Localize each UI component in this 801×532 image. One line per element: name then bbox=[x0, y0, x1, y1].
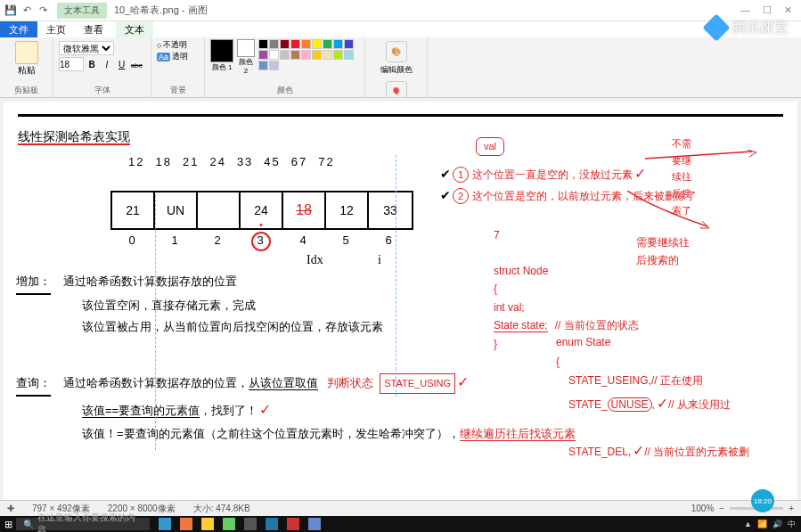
color-palette[interactable] bbox=[258, 39, 359, 70]
table-cell: 21 bbox=[112, 192, 155, 228]
undo-icon[interactable]: ↶ bbox=[20, 4, 34, 18]
search-placeholder: 在这里输入你要搜索的内容 bbox=[37, 512, 143, 532]
add-section: 增加：通过哈希函数计算数据存放的位置 该位置空闲，直接存储元素，完成 该位置被占… bbox=[16, 271, 383, 339]
taskbar-apps bbox=[159, 518, 321, 530]
query-section: 查询：通过哈希函数计算数据存放的位置，从该位置取值 判断状态 STATE_USI… bbox=[16, 369, 576, 446]
colors-label: 颜色 bbox=[205, 85, 364, 96]
app-icon[interactable] bbox=[201, 518, 214, 530]
opaque-option[interactable]: ○ 不透明 bbox=[157, 39, 199, 51]
edit-colors-button[interactable]: 🎨 编辑颜色 bbox=[371, 41, 421, 76]
transparent-option[interactable]: Aa 透明 bbox=[157, 51, 199, 62]
handwritten-idx: Idx bbox=[307, 253, 323, 267]
table-cell: UN bbox=[155, 192, 198, 228]
home-tab[interactable]: 主页 bbox=[37, 21, 75, 37]
hash-table: 21 UN 24• 18 12 33 bbox=[110, 191, 413, 230]
ribbon: 粘贴 剪贴板 微软雅黑 B I U abc 字体 ○ 不透明 Aa 透明 背景 … bbox=[0, 37, 801, 98]
tencent-logo-icon bbox=[702, 13, 730, 41]
view-tab[interactable]: 查看 bbox=[75, 21, 112, 37]
redo-icon[interactable]: ↷ bbox=[36, 4, 50, 18]
add-header: 增加： bbox=[16, 271, 51, 295]
app-icon[interactable] bbox=[266, 518, 278, 530]
taskbar-search[interactable]: 🔍 在这里输入你要搜索的内容 bbox=[16, 518, 150, 530]
zoom-control[interactable]: 100% − + bbox=[691, 503, 794, 513]
enum-code: enum State { STATE_USEING,// 正在使用 STATE_… bbox=[556, 333, 749, 463]
val-bubble: val bbox=[476, 137, 504, 156]
italic-button[interactable]: I bbox=[101, 60, 113, 70]
strike-button[interactable]: abc bbox=[130, 61, 143, 70]
file-size: 大小: 474.8KB bbox=[193, 503, 250, 515]
save-icon[interactable]: 💾 bbox=[4, 4, 18, 18]
quick-access-toolbar: 💾 ↶ ↷ bbox=[0, 4, 53, 18]
network-icon[interactable]: 📶 bbox=[757, 520, 767, 528]
window-controls: — ☐ ✕ bbox=[740, 4, 801, 16]
font-label: 字体 bbox=[53, 85, 151, 96]
menu-bar: 文件 主页 查看 文本 bbox=[0, 21, 801, 37]
table-cell: 12 bbox=[326, 192, 369, 228]
search-icon: 🔍 bbox=[23, 520, 34, 529]
colors-group: 颜色 1 颜色 2 颜色 bbox=[205, 37, 365, 97]
page-content: 线性探测哈希表实现 1218212433456772 21 UN 24• 18 … bbox=[4, 102, 797, 500]
close-icon[interactable]: ✕ bbox=[784, 4, 792, 16]
app-icon[interactable] bbox=[308, 518, 321, 530]
note-continue: 需要继续往后搜索的 bbox=[636, 233, 697, 270]
table-cell: 18 bbox=[283, 192, 326, 228]
font-style-buttons: B I U abc bbox=[86, 60, 143, 70]
bold-button[interactable]: B bbox=[86, 60, 98, 70]
paste-icon bbox=[15, 41, 38, 64]
app-icon[interactable] bbox=[159, 518, 171, 530]
underline-button[interactable]: U bbox=[116, 60, 128, 70]
number-list: 1218212433456772 bbox=[128, 155, 346, 168]
color1-button[interactable] bbox=[210, 39, 233, 62]
seven: 7 bbox=[494, 226, 500, 244]
text-tab[interactable]: 文本 bbox=[116, 21, 153, 37]
volume-icon[interactable]: 🔊 bbox=[772, 520, 782, 528]
taskbar: ⊞ 🔍 在这里输入你要搜索的内容 ▲ 📶 🔊 中 bbox=[0, 516, 801, 532]
zoom-in-icon[interactable]: + bbox=[789, 503, 794, 513]
zoom-out-icon[interactable]: − bbox=[719, 503, 724, 513]
cursor-guide-v bbox=[155, 195, 156, 450]
start-button[interactable]: ⊞ bbox=[0, 516, 16, 532]
app-icon[interactable] bbox=[180, 518, 192, 530]
system-tray[interactable]: ▲ 📶 🔊 中 bbox=[744, 519, 801, 530]
edit-colors-icon: 🎨 bbox=[386, 41, 407, 62]
color2-button[interactable] bbox=[237, 39, 255, 57]
text-tools-tab[interactable]: 文本工具 bbox=[57, 3, 107, 19]
app-icon[interactable] bbox=[244, 518, 257, 530]
cursor-guide-v2 bbox=[396, 155, 396, 397]
font-size-input[interactable] bbox=[59, 57, 84, 71]
title-bar: 💾 ↶ ↷ 文本工具 10_哈希表.png - 画图 — ☐ ✕ bbox=[0, 0, 801, 21]
color2-label: 颜色 2 bbox=[237, 57, 255, 75]
table-cell: 33 bbox=[369, 192, 412, 228]
handwritten-i: i bbox=[378, 253, 381, 267]
font-family-select[interactable]: 微软雅黑 bbox=[59, 41, 114, 55]
text-tools-label: 文本工具 bbox=[64, 4, 100, 17]
zoom-level: 100% bbox=[691, 503, 715, 513]
maximize-icon[interactable]: ☐ bbox=[763, 4, 772, 16]
divider bbox=[18, 114, 783, 117]
bg-label: 背景 bbox=[151, 85, 204, 96]
background-group: ○ 不透明 Aa 透明 背景 bbox=[151, 37, 205, 97]
ime-icon[interactable]: 中 bbox=[788, 519, 796, 530]
time-bubble: 18:20 bbox=[751, 489, 774, 512]
watermark-text: 腾讯课堂 bbox=[732, 19, 789, 37]
app-icon[interactable] bbox=[223, 518, 235, 530]
window-title: 10_哈希表.png - 画图 bbox=[114, 4, 208, 17]
right-column: val ✔1这个位置一直是空的，没放过元素✓ 不需要继续往后搜索了 ✔2这个位置… bbox=[440, 137, 697, 207]
color1-label: 颜色 1 bbox=[210, 62, 233, 72]
font-group: 微软雅黑 B I U abc 字体 bbox=[53, 37, 151, 97]
tray-icon[interactable]: ▲ bbox=[744, 520, 752, 528]
canvas-area[interactable]: 线性探测哈希表实现 1218212433456772 21 UN 24• 18 … bbox=[0, 98, 801, 500]
minimize-icon[interactable]: — bbox=[740, 4, 750, 16]
cursor-position: ✚ bbox=[7, 503, 14, 513]
app-icon[interactable] bbox=[287, 518, 299, 530]
clipboard-label: 剪贴板 bbox=[0, 85, 53, 96]
watermark: 腾讯课堂 bbox=[707, 18, 789, 37]
table-cell: 24• bbox=[241, 192, 283, 228]
file-tab[interactable]: 文件 bbox=[0, 21, 37, 37]
clipboard-group: 粘贴 剪贴板 bbox=[0, 37, 53, 97]
paste-button[interactable]: 粘贴 bbox=[5, 41, 47, 77]
paste-label: 粘贴 bbox=[18, 64, 36, 77]
tools-group: 🎨 编辑颜色 🎈 使用画图 3D 进行编辑 bbox=[365, 37, 428, 97]
query-header: 查询： bbox=[16, 372, 51, 397]
note-no-continue: 不需要继续往后搜索了 bbox=[672, 135, 697, 218]
